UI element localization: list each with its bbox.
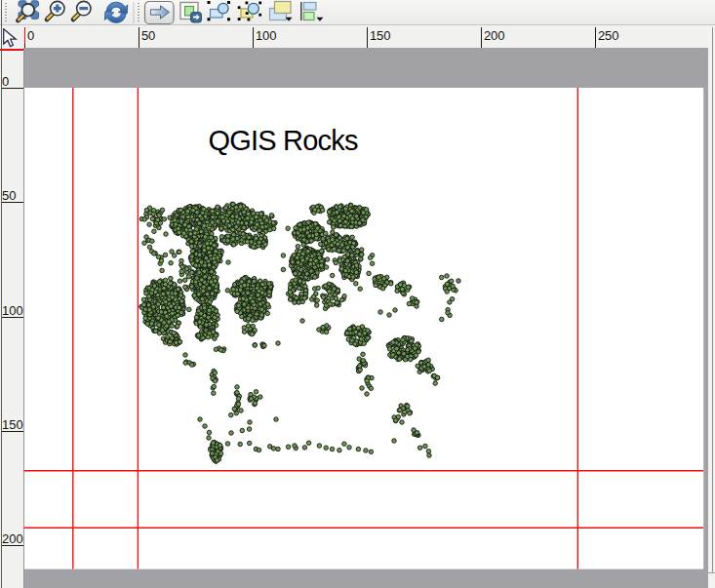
svg-text:QGIS Rocks: QGIS Rocks: [209, 125, 358, 156]
